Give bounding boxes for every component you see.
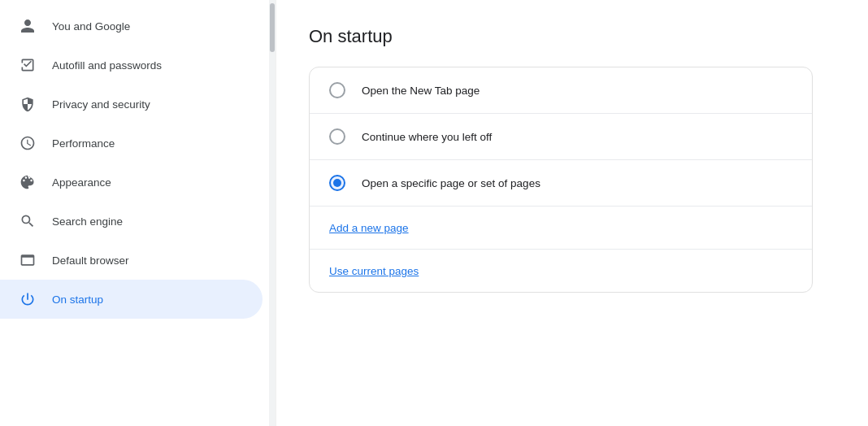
main-content: On startup Open the New Tab page Continu… (276, 0, 868, 426)
sidebar-item-label: Appearance (52, 176, 111, 189)
add-new-page-link[interactable]: Add a new page (329, 222, 409, 234)
sidebar-item-appearance[interactable]: Appearance (0, 163, 263, 202)
scrollbar-thumb[interactable] (270, 3, 275, 52)
radio-btn-specific-page[interactable] (329, 175, 345, 191)
performance-icon (16, 135, 39, 151)
option-continue[interactable]: Continue where you left off (310, 114, 812, 160)
browser-icon (16, 252, 39, 268)
radio-btn-continue[interactable] (329, 128, 345, 145)
use-current-pages-link[interactable]: Use current pages (329, 265, 419, 277)
sidebar-item-label: Search engine (52, 215, 123, 228)
sidebar-item-search-engine[interactable]: Search engine (0, 202, 263, 241)
option-specific-page-label: Open a specific page or set of pages (362, 177, 540, 189)
appearance-icon (16, 174, 39, 190)
sidebar-item-autofill-passwords[interactable]: Autofill and passwords (0, 46, 263, 85)
sidebar-item-label: Autofill and passwords (52, 59, 162, 72)
section-title: On startup (309, 26, 835, 47)
option-new-tab[interactable]: Open the New Tab page (310, 67, 812, 114)
shield-icon (16, 96, 39, 112)
sidebar-item-you-and-google[interactable]: You and Google (0, 7, 263, 46)
sidebar-item-label: On startup (52, 293, 103, 306)
scrollbar-track[interactable] (269, 0, 276, 426)
sidebar-item-label: Performance (52, 137, 115, 150)
startup-icon (16, 291, 39, 307)
sidebar-item-label: You and Google (52, 20, 130, 33)
option-new-tab-label: Open the New Tab page (362, 85, 480, 97)
sidebar-item-label: Default browser (52, 254, 129, 267)
add-new-page-item: Add a new page (310, 206, 812, 250)
sidebar-item-privacy-security[interactable]: Privacy and security (0, 85, 263, 124)
autofill-icon (16, 57, 39, 73)
option-continue-label: Continue where you left off (362, 131, 492, 143)
search-icon (16, 213, 39, 229)
sidebar-item-label: Privacy and security (52, 98, 150, 111)
sidebar-item-default-browser[interactable]: Default browser (0, 241, 263, 280)
radio-btn-new-tab[interactable] (329, 82, 345, 98)
use-current-pages-item: Use current pages (310, 250, 812, 292)
option-specific-page[interactable]: Open a specific page or set of pages (310, 160, 812, 206)
sidebar-item-performance[interactable]: Performance (0, 124, 263, 163)
person-icon (16, 18, 39, 34)
sidebar: You and Google Autofill and passwords Pr… (0, 0, 276, 426)
on-startup-card: Open the New Tab page Continue where you… (309, 67, 813, 293)
sidebar-item-on-startup[interactable]: On startup (0, 280, 263, 319)
